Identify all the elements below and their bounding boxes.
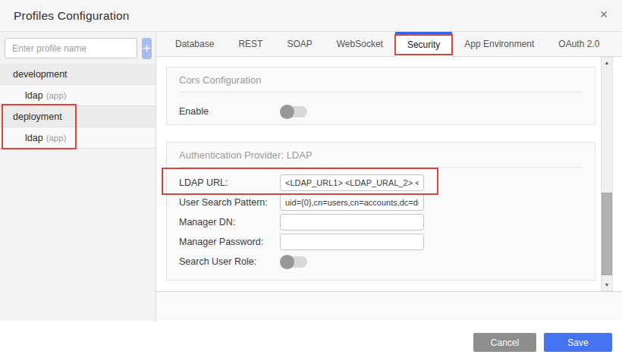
- dialog-body: + development ldap(app) deployment ldap(…: [0, 32, 622, 321]
- cors-enable-toggle[interactable]: [280, 105, 307, 118]
- cors-enable-label: Enable: [179, 106, 280, 117]
- user-search-pattern-row: User Search Pattern:: [167, 193, 595, 212]
- search-user-role-toggle[interactable]: [280, 256, 307, 268]
- main-content: Database REST SOAP WebSocket Security Ap…: [156, 32, 622, 321]
- ldap-url-label: LDAP URL:: [179, 177, 280, 188]
- cors-configuration-section: Cors Configuration Enable: [166, 67, 595, 125]
- user-search-pattern-input[interactable]: [280, 194, 424, 211]
- scrollbar-down-icon[interactable]: ▼: [602, 280, 612, 290]
- toggle-knob: [280, 105, 294, 119]
- ldap-section-title: Authentication Provider: LDAP: [179, 143, 583, 168]
- ldap-provider-section: Authentication Provider: LDAP LDAP URL: …: [166, 142, 595, 281]
- sidebar-item-suffix: (app): [46, 133, 67, 143]
- dialog-footer: Cancel Save: [0, 321, 622, 364]
- search-user-role-label: Search User Role:: [179, 256, 280, 267]
- manager-password-row: Manager Password:: [167, 232, 595, 252]
- tab-rest[interactable]: REST: [226, 32, 275, 56]
- scrollbar-thumb[interactable]: [602, 193, 612, 275]
- manager-password-input[interactable]: [280, 234, 424, 250]
- ldap-url-input[interactable]: [280, 174, 424, 191]
- profiles-sidebar: + development ldap(app) deployment ldap(…: [0, 32, 156, 321]
- tab-database[interactable]: Database: [163, 32, 226, 56]
- profile-create-row: +: [0, 32, 156, 64]
- sidebar-item-suffix: (app): [46, 91, 67, 100]
- close-icon[interactable]: ×: [595, 6, 612, 23]
- sidebar-item-development[interactable]: development: [0, 64, 156, 85]
- tab-soap[interactable]: SOAP: [275, 32, 324, 56]
- sidebar-item-deployment[interactable]: deployment: [0, 106, 156, 127]
- save-button[interactable]: Save: [544, 333, 612, 352]
- manager-dn-row: Manager DN:: [167, 212, 595, 232]
- sidebar-item-label: deployment: [13, 111, 62, 122]
- tab-bar: Database REST SOAP WebSocket Security Ap…: [156, 32, 622, 57]
- profiles-configuration-dialog: Profiles Configuration × + development l…: [0, 0, 622, 364]
- cors-section-title: Cors Configuration: [179, 67, 583, 93]
- vertical-scrollbar[interactable]: ▲ ▼: [601, 57, 613, 291]
- scrollbar-up-icon[interactable]: ▲: [602, 58, 612, 68]
- sidebar-item-ldap-deployment[interactable]: ldap(app): [0, 127, 156, 149]
- cancel-button[interactable]: Cancel: [473, 333, 536, 352]
- add-profile-button[interactable]: +: [142, 38, 152, 59]
- user-search-pattern-label: User Search Pattern:: [179, 197, 280, 208]
- profile-name-input[interactable]: [5, 38, 137, 58]
- tab-security[interactable]: Security: [395, 32, 452, 57]
- manager-dn-input[interactable]: [280, 214, 424, 231]
- sidebar-item-label: ldap: [25, 90, 43, 101]
- dialog-header: Profiles Configuration ×: [0, 0, 622, 32]
- sidebar-item-ldap-development[interactable]: ldap(app): [0, 85, 156, 106]
- sidebar-item-label: development: [13, 69, 68, 80]
- toggle-knob: [280, 255, 294, 269]
- sidebar-item-label: ldap: [25, 133, 43, 143]
- plus-icon: +: [143, 40, 151, 56]
- ldap-url-row: LDAP URL:: [167, 173, 595, 193]
- tab-security-label: Security: [407, 39, 440, 50]
- manager-password-label: Manager Password:: [179, 237, 280, 247]
- manager-dn-label: Manager DN:: [179, 217, 280, 228]
- settings-scroll-area: Cors Configuration Enable Authentication…: [156, 57, 622, 291]
- content-bottom-strip: [156, 291, 622, 321]
- page-title: Profiles Configuration: [14, 9, 130, 23]
- tab-app-environment[interactable]: App Environment: [452, 32, 546, 56]
- tab-oauth[interactable]: OAuth 2.0: [546, 32, 611, 56]
- cors-enable-row: Enable: [167, 102, 595, 121]
- tab-websocket[interactable]: WebSocket: [325, 32, 395, 56]
- search-user-role-row: Search User Role:: [167, 252, 595, 271]
